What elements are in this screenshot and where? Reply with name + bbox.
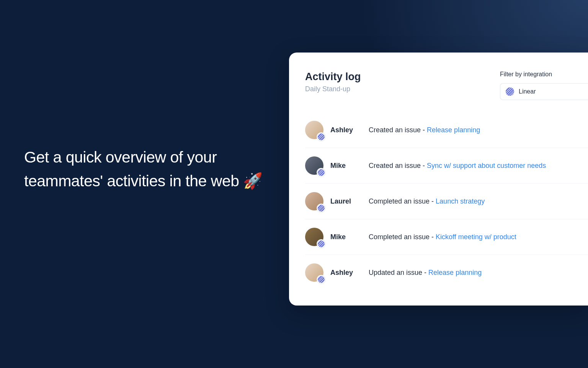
avatar [305,121,323,139]
activity-text: Completed an issue - Kickoff meeting w/ … [369,233,516,241]
integration-badge [317,168,326,177]
activity-action: Updated an issue - [369,269,428,276]
filter-dropdown[interactable]: Linear [500,83,588,100]
integration-badge [317,275,326,284]
linear-icon [506,87,514,96]
activity-row: Mike Completed an issue - Kickoff meetin… [305,219,588,255]
activity-link[interactable]: Launch strategy [436,197,485,205]
activity-text: Updated an issue - Release planning [369,269,482,277]
card-subtitle: Daily Stand-up [305,85,361,93]
promo-heading: Get a quick overview of your teammates' … [24,146,284,193]
activity-row: Laurel Completed an issue - Launch strat… [305,184,588,219]
avatar [305,192,323,210]
activity-action: Completed an issue - [369,233,436,241]
card-title-section: Activity log Daily Stand-up [305,71,361,93]
activity-text: Created an issue - Release planning [369,126,480,134]
activity-list: Ashley Created an issue - Release planni… [305,112,588,290]
activity-link[interactable]: Release planning [427,126,480,134]
linear-icon [318,133,325,140]
filter-selected-label: Linear [519,88,536,95]
linear-icon [318,169,325,176]
activity-link[interactable]: Sync w/ support about customer needs [427,162,546,169]
integration-badge [317,204,326,213]
activity-row: Ashley Created an issue - Release planni… [305,112,588,148]
integration-badge [317,239,326,248]
linear-icon [318,205,325,212]
user-name: Mike [330,162,369,170]
user-name: Ashley [330,126,369,134]
linear-icon [318,276,325,283]
activity-text: Completed an issue - Launch strategy [369,197,485,205]
activity-action: Created an issue - [369,162,427,169]
user-name: Ashley [330,269,369,277]
card-title: Activity log [305,71,361,83]
avatar [305,228,323,246]
integration-badge [317,132,326,141]
user-name: Mike [330,233,369,241]
activity-row: Ashley Updated an issue - Release planni… [305,255,588,290]
activity-link[interactable]: Release planning [428,269,482,276]
activity-link[interactable]: Kickoff meeting w/ product [436,233,516,241]
avatar [305,263,323,282]
activity-text: Created an issue - Sync w/ support about… [369,162,546,170]
activity-log-card: Activity log Daily Stand-up Filter by in… [289,53,588,306]
user-name: Laurel [330,197,369,205]
activity-row: Mike Created an issue - Sync w/ support … [305,148,588,184]
linear-icon [318,240,325,247]
avatar [305,156,323,175]
filter-label: Filter by integration [500,71,588,78]
filter-section: Filter by integration Linear [500,71,588,100]
activity-action: Completed an issue - [369,197,436,205]
activity-action: Created an issue - [369,126,427,134]
